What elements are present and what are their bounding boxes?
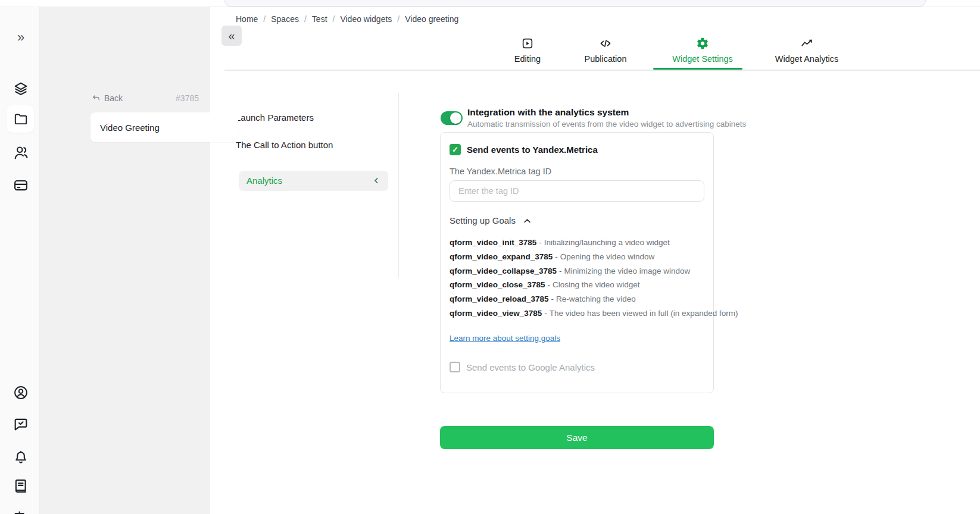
layers-icon[interactable] bbox=[13, 80, 29, 97]
users-icon[interactable] bbox=[13, 145, 29, 161]
goal-description: Closing the video widget bbox=[553, 280, 639, 289]
subnav-item-launch-parameters[interactable]: Launch Parameters bbox=[236, 112, 314, 123]
settings-gear-icon bbox=[696, 37, 709, 50]
goal-separator: - bbox=[539, 238, 542, 247]
breadcrumb-test[interactable]: Test bbox=[312, 14, 327, 24]
goal-description: Re-watching the video bbox=[556, 294, 636, 303]
goal-separator: - bbox=[559, 267, 562, 275]
goals-title-label: Setting up Goals bbox=[450, 215, 516, 225]
goal-separator: - bbox=[544, 309, 547, 318]
widget-name-label: Video Greeting bbox=[100, 123, 160, 133]
yandex-checkbox-label: Send events to Yandex.Metrica bbox=[467, 145, 598, 155]
icon-rail: » bbox=[0, 7, 40, 514]
goal-separator: - bbox=[555, 252, 558, 261]
goal-description: The video has been viewed in full (in ex… bbox=[550, 309, 738, 318]
tab-label: Widget Analytics bbox=[775, 54, 838, 64]
tab-editing[interactable]: Editing bbox=[511, 37, 544, 64]
analytics-trend-icon bbox=[800, 37, 813, 50]
goal-row: qform_video_expand_3785-Opening the vide… bbox=[450, 252, 654, 261]
breadcrumb-separator: / bbox=[304, 14, 307, 24]
analytics-integration-toggle[interactable] bbox=[441, 111, 463, 125]
tab-label: Widget Settings bbox=[672, 54, 733, 64]
browser-address-bar[interactable] bbox=[224, 0, 926, 7]
widget-id-badge: #3785 bbox=[176, 93, 199, 104]
subnav-label: Analytics bbox=[246, 175, 282, 186]
tag-id-input[interactable] bbox=[450, 180, 704, 202]
breadcrumb-separator: / bbox=[333, 14, 335, 24]
collapse-panel-button[interactable]: « bbox=[221, 26, 242, 46]
goal-row: qform_video_close_3785-Closing the video… bbox=[450, 280, 639, 289]
app-window: » bbox=[0, 0, 980, 514]
checkmark-icon: ✓ bbox=[452, 145, 458, 154]
active-tab-underline bbox=[653, 68, 742, 70]
chevron-up-icon bbox=[523, 217, 532, 225]
tag-id-label: The Yandex.Metrica tag ID bbox=[450, 167, 551, 176]
goal-row: qform_video_view_3785-The video has been… bbox=[450, 309, 738, 318]
google-checkbox-label: Send events to Google Analytics bbox=[466, 362, 595, 372]
breadcrumb-separator: / bbox=[397, 14, 400, 24]
breadcrumb-spaces[interactable]: Spaces bbox=[271, 14, 299, 24]
code-icon bbox=[599, 37, 612, 50]
tab-publication[interactable]: Publication bbox=[578, 37, 633, 64]
save-button[interactable]: Save bbox=[440, 426, 714, 449]
goal-description: Initializing/launching a video widget bbox=[544, 238, 670, 247]
docs-book-icon[interactable] bbox=[13, 478, 29, 494]
goal-key: qform_video_collapse_3785 bbox=[450, 267, 557, 275]
tab-label: Editing bbox=[514, 54, 541, 64]
toggle-title: Integration with the analytics system bbox=[467, 107, 629, 118]
breadcrumb-home[interactable]: Home bbox=[236, 14, 258, 24]
back-label: Back bbox=[104, 93, 123, 103]
goal-key: qform_video_reload_3785 bbox=[450, 294, 549, 303]
widget-list-item[interactable]: Video Greeting bbox=[90, 112, 238, 142]
goal-key: qform_video_view_3785 bbox=[450, 309, 542, 318]
browser-chrome-strip bbox=[0, 0, 980, 7]
goal-key: qform_video_expand_3785 bbox=[450, 252, 553, 261]
subnav-item-analytics-active[interactable]: Analytics bbox=[239, 171, 388, 191]
goal-key: qform_video_close_3785 bbox=[450, 280, 545, 289]
goal-description: Minimizing the video image window bbox=[564, 267, 691, 275]
breadcrumb: Home / Spaces / Test / Video widgets / V… bbox=[236, 14, 458, 24]
chat-check-icon[interactable] bbox=[13, 416, 29, 432]
project-panel: « Back #3785 Video Greeting bbox=[39, 7, 210, 514]
notifications-bell-icon[interactable] bbox=[13, 449, 29, 466]
breadcrumb-video-greeting[interactable]: Video greeting bbox=[405, 14, 458, 24]
google-analytics-checkbox[interactable] bbox=[450, 362, 460, 372]
toggle-knob bbox=[450, 112, 461, 124]
subnav-item-call-to-action[interactable]: The Call to Action button bbox=[236, 140, 333, 150]
learn-more-goals-link[interactable]: Learn more about setting goals bbox=[450, 334, 560, 343]
breadcrumb-video-widgets[interactable]: Video widgets bbox=[340, 14, 392, 24]
tab-bar-divider bbox=[224, 70, 980, 71]
account-user-icon[interactable] bbox=[13, 384, 29, 401]
expand-sidebar-icon[interactable]: » bbox=[13, 29, 29, 46]
back-arrow-icon bbox=[92, 94, 101, 103]
subnav-divider bbox=[398, 93, 399, 278]
tab-widget-settings[interactable]: Widget Settings bbox=[664, 37, 741, 64]
breadcrumb-separator: / bbox=[263, 14, 266, 24]
goal-description: Opening the video window bbox=[560, 252, 654, 261]
tab-label: Publication bbox=[585, 54, 627, 64]
goal-key: qform_video_init_3785 bbox=[450, 238, 536, 247]
goal-row: qform_video_collapse_3785-Minimizing the… bbox=[450, 267, 690, 275]
chevron-left-icon bbox=[372, 176, 381, 185]
goal-separator: - bbox=[548, 280, 551, 289]
video-play-icon bbox=[521, 37, 534, 50]
back-button[interactable]: Back bbox=[92, 93, 238, 104]
billing-card-icon[interactable] bbox=[13, 177, 29, 193]
goals-section-header[interactable]: Setting up Goals bbox=[450, 215, 532, 225]
tab-widget-analytics[interactable]: Widget Analytics bbox=[769, 37, 844, 64]
yandex-metrica-checkbox[interactable]: ✓ bbox=[450, 144, 461, 155]
folder-icon[interactable] bbox=[13, 111, 29, 127]
language-translate-icon[interactable] bbox=[13, 509, 29, 514]
toggle-description: Automatic transmission of events from th… bbox=[467, 120, 746, 128]
goal-row: qform_video_reload_3785-Re-watching the … bbox=[450, 294, 636, 303]
goal-separator: - bbox=[551, 294, 554, 303]
goal-row: qform_video_init_3785-Initializing/launc… bbox=[450, 238, 670, 247]
